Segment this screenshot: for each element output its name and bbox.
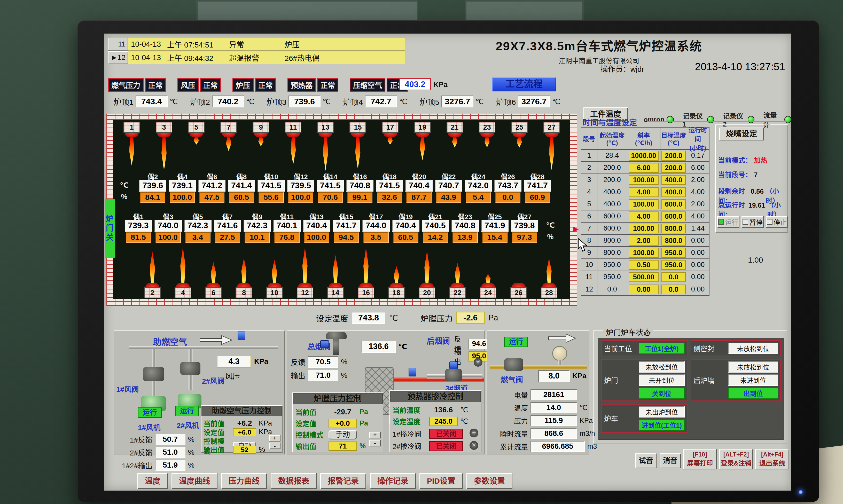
air-pressure-control-panel: 助燃空气压力控制 当前值+6.2KPa 设定值+6.0KPa 控制模式自动 输出… (201, 406, 283, 453)
system-button[interactable]: [F10]屏幕打印 (683, 449, 717, 469)
thermocouple-readout: 偶10741.555.6 (256, 172, 286, 203)
thermocouple-temp: 740.1 (273, 220, 301, 232)
system-button[interactable]: [ALT+F2]登录&注销 (719, 449, 753, 469)
burner-cup-icon (420, 283, 434, 287)
schedule-setpoint-value[interactable]: 100.00 (629, 199, 659, 209)
sound-button[interactable]: 试音 (635, 453, 657, 468)
top-burner: 27 (543, 122, 560, 171)
burner-number-plate: 15 (349, 122, 366, 133)
schedule-setpoint-value[interactable]: 800.0 (661, 236, 686, 246)
thermocouple-readout: 偶27739.897.3 (509, 212, 539, 243)
thermocouple-temp: 741.7 (333, 220, 360, 232)
thermocouple-name: 偶15 (339, 212, 353, 220)
set-temp-value[interactable]: 245.0 (429, 417, 458, 426)
schedule-setpoint-value[interactable]: 800.0 (661, 223, 686, 233)
alarm-row[interactable]: 1110-04-13上午 07:54:51异常炉压 (108, 38, 405, 51)
schedule-setpoint-value[interactable]: 0.0 (661, 285, 686, 294)
nav-button[interactable]: 操作记录 (370, 473, 416, 489)
alarm-row[interactable]: ▶1210-04-13上午 09:44:32超温报警26#热电偶 (108, 51, 405, 64)
schedule-setpoint-value[interactable]: 4.00 (629, 212, 659, 221)
nav-button[interactable]: 温度 (138, 473, 168, 489)
schedule-setpoint-value[interactable]: 600.0 (661, 199, 686, 209)
increment-button[interactable]: + (269, 435, 281, 442)
schedule-cell: 600.0 (597, 211, 627, 222)
thermocouple-name: 偶17 (369, 212, 383, 220)
schedule-cell: 6 (581, 211, 597, 222)
increment-button[interactable]: + (369, 432, 381, 438)
nav-button[interactable]: PID设置 (419, 473, 463, 489)
schedule-setpoint-value[interactable]: 950.0 (661, 260, 686, 270)
flame-icon (516, 137, 523, 148)
schedule-setpoint-value[interactable]: 600.0 (661, 212, 686, 221)
rear-valve-icon (445, 369, 462, 381)
nav-button[interactable]: 数据报表 (271, 473, 317, 489)
schedule-setpoint-value[interactable]: 100.00 (629, 248, 659, 258)
burner-number-plate: 28 (541, 287, 557, 298)
burner-cup-icon (448, 133, 462, 137)
flame-icon (322, 137, 329, 171)
schedule-setpoint-value[interactable]: 400.0 (661, 175, 686, 185)
flame-icon (179, 247, 186, 283)
schedule-setpoint-value[interactable]: 2.00 (629, 236, 659, 246)
top-burner: 17 (382, 122, 398, 171)
decrement-button[interactable]: - (369, 440, 381, 446)
schedule-cell: 2.00 (627, 235, 660, 246)
nav-button[interactable]: 报警记录 (320, 473, 366, 489)
status-state: 关到位 (639, 388, 685, 399)
schedule-setpoint-value[interactable]: 400.0 (661, 187, 686, 197)
main-fb-label: 反馈 (291, 357, 305, 367)
set-value[interactable]: +6.0 (233, 428, 256, 436)
gas-readout-value: 28161 (531, 389, 577, 400)
odd-row-units: ℃% (546, 220, 555, 242)
thermocouple-name: 偶21 (428, 212, 443, 220)
decrement-button[interactable]: - (269, 443, 281, 449)
burner-setting-button[interactable]: 烧嘴设定 (719, 128, 764, 141)
door-panel-right-column: 侧密封未放松到位后炉墙未放松到位未进到位出到位 (690, 340, 781, 401)
schedule-cell: 950.0 (597, 259, 627, 271)
schedule-setpoint-value[interactable]: 6.00 (629, 163, 659, 173)
process-flow-button[interactable]: 工艺流程 (492, 77, 556, 91)
device-light-label: omron (644, 116, 665, 124)
schedule-cell: 600.0 (660, 211, 687, 222)
burner-number-plate: 23 (479, 122, 495, 133)
alarm-time: 上午 07:54:51 (167, 39, 229, 50)
stop-button[interactable]: 停止 (766, 216, 788, 228)
schedule-cell: 400.0 (660, 174, 687, 186)
schedule-setpoint-value[interactable]: 0.0 (661, 272, 686, 282)
schedule-setpoint-value[interactable]: 200.0 (661, 163, 686, 173)
output-value[interactable]: 71 (328, 442, 357, 451)
schedule-setpoint-value[interactable]: 0.50 (629, 260, 659, 270)
pause-button[interactable]: 暂停 (741, 216, 764, 228)
output-value[interactable]: 52 (233, 446, 256, 454)
schedule-setpoint-value[interactable]: 100.00 (629, 223, 659, 233)
thermocouple-output-pct: 87.7 (406, 192, 432, 203)
flame-icon (548, 137, 555, 170)
status-indicator: 风压正常 (177, 78, 221, 92)
alarm-selected-marker: ▶ (112, 54, 116, 61)
sound-button[interactable]: 消音 (660, 453, 681, 468)
system-button[interactable]: [Alt+F4]退出系统 (755, 449, 789, 469)
schedule-row: 128.41000.00200.00.17 (581, 150, 709, 162)
alarm-id-cell: 11 (108, 38, 128, 51)
nav-button[interactable]: 温度曲线 (172, 473, 217, 489)
status-indicator-label: 压缩空气 (350, 78, 385, 92)
nav-button[interactable]: 参数设置 (466, 473, 513, 489)
schedule-setpoint-value[interactable]: 500.00 (629, 272, 659, 282)
percent-unit: % (188, 448, 195, 456)
schedule-setpoint-value[interactable]: 4.00 (629, 187, 659, 197)
schedule-setpoint-value[interactable]: 100.00 (629, 175, 659, 185)
run-button[interactable]: 运行 (717, 216, 739, 228)
gas-readout-label: 温度 (489, 403, 528, 413)
mode-button[interactable]: 手动 (328, 430, 357, 439)
thermocouple-name: 偶20 (412, 172, 426, 180)
bottom-burner-row: 246810121416182022242628 (144, 247, 557, 298)
thermocouple-output-pct: 60.5 (229, 192, 254, 203)
set-value[interactable]: +0.0 (328, 419, 357, 428)
schedule-setpoint-value[interactable]: 950.0 (661, 248, 686, 258)
burner-number-plate: 20 (419, 287, 435, 298)
status-state: 未出炉到位 (639, 406, 685, 417)
schedule-setpoint-value[interactable]: 1000.00 (629, 151, 659, 161)
nav-button[interactable]: 压力曲线 (221, 473, 267, 489)
schedule-setpoint-value[interactable]: 200.0 (661, 151, 686, 161)
schedule-setpoint-value[interactable]: 0.00 (629, 285, 659, 294)
